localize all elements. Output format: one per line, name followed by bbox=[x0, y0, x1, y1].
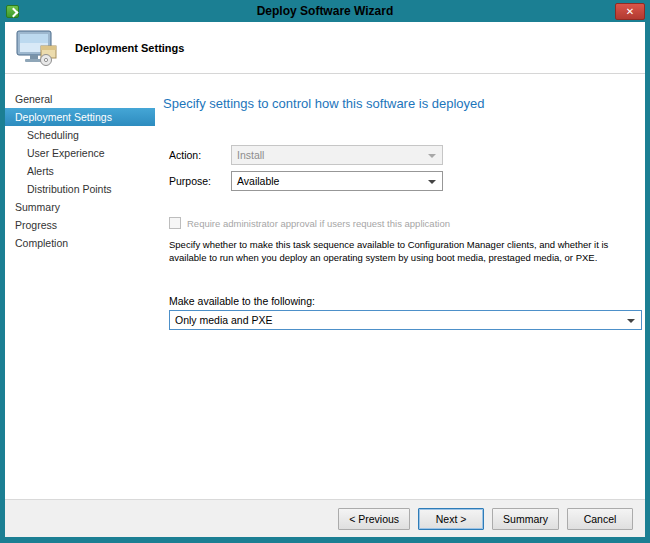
nav-item-progress[interactable]: Progress bbox=[5, 216, 155, 234]
nav-item-scheduling[interactable]: Scheduling bbox=[5, 126, 155, 144]
action-value: Install bbox=[237, 149, 264, 161]
approval-checkbox[interactable] bbox=[169, 217, 181, 229]
approval-row: Require administrator approval if users … bbox=[169, 217, 642, 229]
nav-item-completion[interactable]: Completion bbox=[5, 234, 155, 252]
chevron-down-icon bbox=[428, 154, 436, 158]
availability-description: Specify whether to make this task sequen… bbox=[169, 239, 642, 265]
make-available-select[interactable]: Only media and PXE bbox=[169, 310, 642, 330]
summary-button[interactable]: Summary bbox=[492, 508, 559, 530]
page-title: Deployment Settings bbox=[75, 42, 184, 54]
action-label: Action: bbox=[169, 149, 231, 161]
make-available-wrap: Only media and PXE bbox=[169, 310, 642, 330]
chevron-down-icon bbox=[627, 319, 635, 323]
purpose-select[interactable]: Available bbox=[231, 171, 443, 191]
nav-item-alerts[interactable]: Alerts bbox=[5, 162, 155, 180]
make-available-label: Make available to the following: bbox=[169, 295, 642, 307]
make-available-value: Only media and PXE bbox=[175, 314, 272, 326]
wizard-body: General Deployment Settings Scheduling U… bbox=[5, 74, 645, 499]
action-select[interactable]: Install bbox=[231, 145, 443, 165]
nav-item-summary[interactable]: Summary bbox=[5, 198, 155, 216]
nav-item-distribution-points[interactable]: Distribution Points bbox=[5, 180, 155, 198]
settings-form: Action: Install Purpose: Available bbox=[163, 145, 642, 191]
previous-button[interactable]: < Previous bbox=[338, 508, 410, 530]
deployment-settings-icon bbox=[15, 29, 61, 67]
titlebar: Deploy Software Wizard ✕ bbox=[0, 0, 650, 22]
deploy-software-wizard-window: Deploy Software Wizard ✕ Deployment Sett… bbox=[0, 0, 650, 543]
wizard-nav: General Deployment Settings Scheduling U… bbox=[5, 74, 155, 499]
next-button[interactable]: Next > bbox=[418, 508, 484, 530]
close-icon: ✕ bbox=[626, 6, 634, 17]
close-button[interactable]: ✕ bbox=[615, 3, 645, 20]
purpose-row: Purpose: Available bbox=[169, 171, 642, 191]
purpose-label: Purpose: bbox=[169, 175, 231, 187]
wizard-page-header: Deployment Settings bbox=[5, 22, 645, 74]
wizard-content: Specify settings to control how this sof… bbox=[155, 74, 650, 499]
wizard-footer: < Previous Next > Summary Cancel bbox=[5, 499, 645, 537]
approval-checkbox-label: Require administrator approval if users … bbox=[187, 218, 450, 229]
window-title: Deploy Software Wizard bbox=[0, 4, 650, 18]
chevron-down-icon bbox=[428, 180, 436, 184]
nav-item-general[interactable]: General bbox=[5, 90, 155, 108]
purpose-value: Available bbox=[237, 175, 279, 187]
cancel-button[interactable]: Cancel bbox=[567, 508, 633, 530]
action-row: Action: Install bbox=[169, 145, 642, 165]
nav-item-deployment-settings[interactable]: Deployment Settings bbox=[5, 108, 155, 126]
nav-item-user-experience[interactable]: User Experience bbox=[5, 144, 155, 162]
content-heading: Specify settings to control how this sof… bbox=[163, 96, 642, 111]
